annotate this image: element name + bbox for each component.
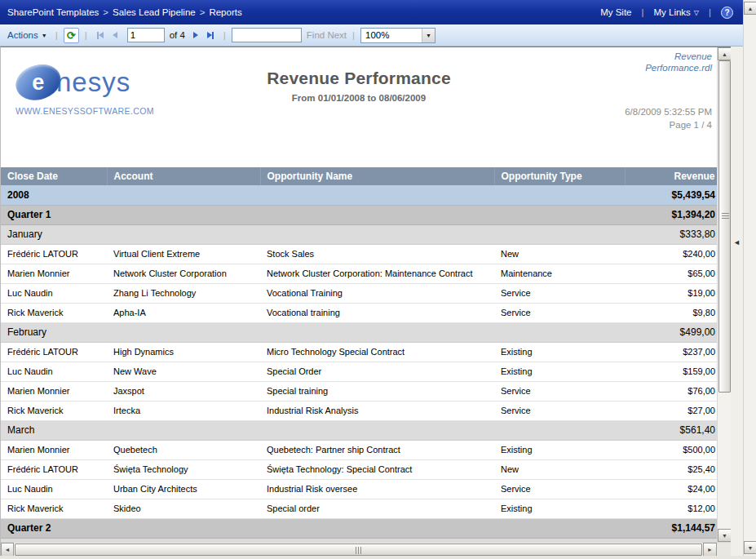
table-row-detail: Marien MonnierNetwork Cluster Corporatio… (1, 264, 717, 283)
chevron-down-icon: ▼ (42, 33, 47, 38)
my-site-link[interactable]: My Site (600, 7, 631, 17)
toolbar-separator: | (85, 30, 87, 40)
cell-revenue: $25,40 (625, 459, 717, 479)
cell-account: Jaxspot (107, 381, 260, 401)
page-indicator: Page 1 / 4 (625, 118, 712, 131)
cell-account: Święta Technology (107, 459, 260, 479)
scroll-right-icon[interactable]: ► (703, 543, 717, 557)
cell-revenue: $1,144,57 (625, 518, 717, 538)
vertical-scrollbar-thumb[interactable] (718, 60, 731, 393)
cell-account: Quebetech (107, 440, 260, 459)
scroll-down-icon[interactable]: ▼ (718, 529, 732, 542)
report-horizontal-scrollbar[interactable]: ◄ ► (1, 542, 731, 556)
divider: | (709, 7, 711, 17)
triangle-left-icon (113, 32, 117, 38)
my-links-menu[interactable]: My Links ▽ (653, 7, 699, 17)
cell-account: Apha-IA (107, 303, 260, 322)
column-opportunity-type: Opportunity Type (494, 167, 625, 185)
cell-opportunity-name: Industrial Risk Analysis (260, 401, 494, 420)
scroll-down-icon[interactable]: ▼ (744, 541, 756, 554)
report-rdl-link[interactable]: Revenue Performance.rdl (645, 51, 712, 73)
cell-group-label: Quarter 2 (1, 518, 625, 538)
toolbar-separator: | (223, 30, 226, 40)
cell-group-label: Quarter 1 (1, 205, 625, 224)
table-header-row: Close Date Account Opportunity Name Oppo… (1, 167, 717, 185)
first-page-button[interactable] (93, 29, 108, 42)
actions-label: Actions (7, 30, 38, 40)
next-page-button[interactable] (188, 29, 203, 42)
actions-menu-button[interactable]: Actions ▼ (5, 29, 50, 42)
cell-close-date: Rick Maverick (1, 303, 107, 322)
cell-account: High Dynamics (107, 342, 260, 362)
cell-account: Virtual Client Extreme (107, 244, 260, 264)
cell-opportunity-name: Vocational Training (260, 283, 494, 303)
report-table-body: 2008$5,439,54Quarter 1$1,394,20January$3… (1, 185, 717, 542)
cell-opportunity-name: Vocational training (260, 303, 494, 322)
column-opportunity-name: Opportunity Name (260, 167, 494, 185)
cell-revenue: $1,394,20 (625, 205, 717, 224)
table-row-detail: Rick MaverickApha-IAVocational trainingS… (1, 303, 717, 322)
table-row-detail: Luc NaudinUrban City ArchitectsIndustria… (1, 479, 717, 499)
column-close-date: Close Date (1, 167, 107, 185)
cell-account: New Wave (107, 362, 260, 381)
cell-group-label: February (1, 322, 625, 342)
cell-opportunity-name: Micro Technology Special Contract (260, 342, 494, 362)
triangle-left-icon (99, 32, 104, 38)
table-row-detail: Frédéric LATOURŚwięta TechnologyŚwięta T… (1, 459, 717, 479)
logo-wordmark: nesys (56, 67, 130, 98)
cell-close-date: Luc Naudin (1, 362, 107, 381)
help-icon[interactable]: ? (721, 7, 733, 19)
cell-revenue: $5,439,54 (625, 185, 717, 205)
breadcrumb-sales-lead-pipeline[interactable]: Sales Lead Pipeline (113, 7, 196, 17)
cell-opportunity-type: Existing (494, 440, 625, 459)
divider: | (641, 7, 643, 17)
table-row-detail: Rick MaverickSkideoSpecial orderExisting… (1, 499, 717, 518)
cell-revenue: $76,00 (625, 381, 717, 401)
scroll-left-icon[interactable]: ◄ (1, 543, 14, 557)
horizontal-scrollbar-thumb[interactable] (15, 543, 702, 556)
find-text-input[interactable] (232, 28, 302, 42)
cell-opportunity-name: Industrial Risk oversee (260, 479, 494, 499)
zoom-value: 100% (361, 29, 422, 42)
breadcrumb-sharepoint-templates[interactable]: SharePoint Templates (7, 7, 99, 17)
cell-revenue: $237,00 (625, 342, 717, 362)
cell-opportunity-type: Service (494, 479, 625, 499)
breadcrumb-reports[interactable]: Reports (209, 7, 241, 17)
table-row-detail: Rick MaverickIrteckaIndustrial Risk Anal… (1, 401, 717, 420)
cell-opportunity-type: Maintenance (494, 264, 625, 283)
scrollbar-corner (717, 543, 731, 557)
cell-close-date: Frédéric LATOUR (1, 244, 107, 264)
logo-website-text: WWW.ENESYSSOFTWARE.COM (15, 106, 154, 116)
cell-opportunity-type: Service (494, 401, 625, 420)
report-vertical-scrollbar[interactable]: ▲ ▼ (717, 47, 731, 542)
cell-opportunity-name: Special training (260, 381, 494, 401)
cell-opportunity-type: New (494, 244, 625, 264)
cell-account: Irtecka (107, 401, 260, 420)
scroll-up-icon[interactable]: ▲ (718, 47, 732, 60)
previous-page-button[interactable] (108, 29, 122, 42)
cell-account: Zhang Li Technology (107, 283, 260, 303)
cell-close-date: Frédéric LATOUR (1, 459, 107, 479)
table-row-quarter: Quarter 1$1,394,20 (1, 205, 717, 224)
cell-revenue: $500,00 (625, 440, 717, 459)
find-next-button[interactable]: Find Next (307, 30, 347, 40)
cell-revenue: $561,40 (625, 420, 717, 440)
zoom-select[interactable]: 100% ▼ (360, 28, 435, 43)
table-row-month: February$499,00 (1, 322, 717, 342)
cell-revenue: $9,80 (625, 303, 717, 322)
cell-opportunity-type: Service (494, 283, 625, 303)
cell-revenue: $159,00 (625, 362, 717, 381)
scroll-up-icon[interactable]: ▲ (744, 2, 756, 15)
browser-vertical-scrollbar[interactable]: ▲ ▼ (743, 0, 756, 556)
cell-revenue: $24,00 (625, 479, 717, 499)
last-page-button[interactable] (203, 29, 218, 42)
cell-opportunity-type: Existing (494, 362, 625, 381)
table-row-year: 2008$5,439,54 (1, 185, 717, 205)
page-number-input[interactable] (127, 28, 165, 42)
collapse-pane-arrow[interactable]: ◄ (733, 237, 741, 247)
report-viewer: Revenue Performance.rdl e nesys WWW.ENES… (0, 47, 731, 556)
cell-opportunity-name: Święta Technology: Special Contract (260, 459, 494, 479)
refresh-button[interactable]: ⟳ (64, 28, 79, 43)
table-row-quarter: Quarter 2$1,144,57 (1, 518, 717, 538)
cell-close-date: Frédéric LATOUR (1, 342, 107, 362)
